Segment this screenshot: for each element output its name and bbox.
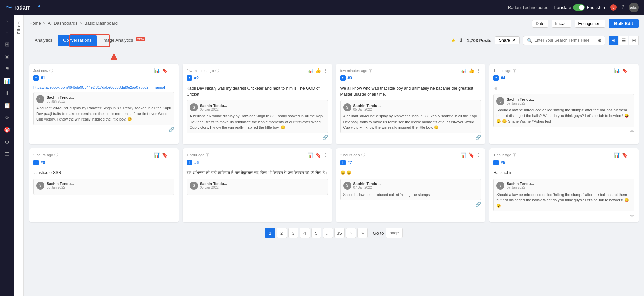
info-icon: ⓘ (54, 152, 58, 158)
card-5-inner: S Sachin Tendu... 07 Jan 2022 Should a l… (493, 179, 634, 212)
view-grid-btn[interactable]: ⊞ (609, 36, 618, 45)
card-5-actions: 📊 🔖 ⋮ (614, 152, 634, 158)
thumbsup-icon[interactable]: 👍 (468, 68, 474, 73)
filter-options-icon[interactable]: ⚙ (597, 38, 602, 43)
platform-icon: f (493, 75, 499, 81)
breadcrumb-all-dashboards[interactable]: All Dashboards (48, 21, 77, 26)
sidebar-item-flag[interactable]: ⚑ (2, 63, 13, 74)
card-6-header: 1 hour ago ⓘ 📊 🔖 ⋮ (187, 152, 328, 158)
logo-icon: 〜 (5, 3, 12, 12)
analytics-icon[interactable]: 📊 (614, 68, 620, 73)
thumbsup-icon[interactable]: 👍 (315, 68, 321, 73)
card-5-author: S Sachin Tendu... 07 Jan 2022 (496, 182, 631, 190)
card-7-post-text: 😊 😊 (340, 170, 481, 176)
date-filter-btn[interactable]: Date (532, 20, 548, 28)
sidebar-item-list[interactable]: 📋 (2, 100, 13, 111)
card-4-post-text: Hi (493, 85, 634, 91)
engagement-filter-btn[interactable]: Engagement (575, 20, 605, 28)
sidebar-collapse-btn[interactable]: › (5, 18, 9, 25)
sidebar-item-upload[interactable]: ⬆ (2, 88, 13, 98)
bookmark-icon[interactable]: 🔖 (468, 152, 474, 158)
user-avatar[interactable]: radarr (629, 3, 639, 12)
more-icon[interactable]: ⋮ (630, 152, 634, 158)
toggle-switch[interactable] (573, 4, 585, 11)
filters-label[interactable]: Filters (17, 20, 21, 34)
translate-toggle[interactable]: Translate English ▾ (553, 4, 606, 11)
svg-text:radarr: radarr (14, 5, 30, 11)
bookmark-icon[interactable]: 🔖 (622, 68, 628, 73)
sidebar-item-more[interactable]: ☰ (2, 149, 13, 160)
goto-section: Go to (373, 228, 403, 238)
sidebar-item-chart[interactable]: 📊 (2, 75, 13, 86)
card-3-inner: S Sachin Tendu... 05 Jan 2022 A brillian… (340, 100, 481, 133)
bulk-edit-button[interactable]: Bulk Edit (609, 19, 639, 28)
page-btn-last-page[interactable]: » (357, 228, 368, 238)
filters-panel[interactable]: Filters (14, 15, 24, 247)
page-btn-4[interactable]: 4 (300, 228, 310, 238)
sidebar-item-config[interactable]: ⚙ (2, 136, 13, 147)
sidebar-item-settings[interactable]: ⚙ (2, 112, 13, 123)
share-button[interactable]: Share ↗ (495, 36, 520, 44)
star-button[interactable]: ★ (451, 37, 456, 44)
sidebar-item-menu[interactable]: ≡ (2, 26, 13, 37)
platform-icon: f (340, 75, 346, 81)
card-3-text: A brilliant 'all-round' display by Ranve… (343, 113, 478, 130)
bookmark-icon[interactable]: 🔖 (162, 152, 168, 158)
analytics-icon[interactable]: 📊 (154, 152, 160, 158)
analytics-icon[interactable]: 📊 (461, 152, 466, 158)
card-1-url[interactable]: https://facebook.com/f645da90644e2f317da… (33, 85, 174, 89)
card-5-link[interactable]: ✏ (493, 213, 634, 218)
card-4-inner: S Sachin Tendu... 07 Jan 2022 Should a l… (493, 94, 634, 127)
notification-badge[interactable]: 8 (610, 4, 617, 11)
page-btn-last[interactable]: 35 (334, 228, 345, 238)
more-icon[interactable]: ⋮ (170, 152, 174, 158)
download-button[interactable]: ⬇ (459, 37, 463, 44)
view-dense-btn[interactable]: ⊟ (629, 36, 639, 45)
more-icon[interactable]: ⋮ (476, 68, 481, 73)
card-7-link[interactable]: 🔗 (340, 202, 481, 207)
page-btn-1[interactable]: 1 (265, 228, 275, 238)
help-icon[interactable]: ? (621, 4, 624, 11)
card-6-author: S Sachin Tendu... 05 Jan 2022 (190, 182, 325, 190)
analytics-icon[interactable]: 📊 (308, 152, 313, 158)
card-2-text: A brilliant 'all-round' display by Ranve… (190, 113, 325, 130)
page-btn-3[interactable]: 3 (288, 228, 298, 238)
info-icon: ⓘ (361, 152, 365, 158)
more-icon[interactable]: ⋮ (323, 68, 328, 73)
goto-input[interactable] (386, 228, 403, 238)
topnav: 〜 radarr Radarr Technologies Translate E… (0, 0, 644, 15)
analytics-icon[interactable]: 📊 (308, 68, 313, 73)
more-icon[interactable]: ⋮ (630, 68, 634, 73)
breadcrumb-home[interactable]: Home (29, 21, 41, 26)
top-actions: Date Impact Engagement Bulk Edit (532, 19, 639, 28)
card-2-link[interactable]: 🔗 (187, 135, 328, 140)
card-1-link[interactable]: 🔗 (33, 127, 174, 132)
analytics-icon[interactable]: 📊 (614, 152, 620, 158)
bookmark-icon[interactable]: 🔖 (315, 152, 321, 158)
page-btn-5[interactable]: 5 (311, 228, 321, 238)
page-btn-2[interactable]: 2 (277, 228, 287, 238)
card-4-link[interactable]: ✏ (493, 129, 634, 134)
bookmark-icon[interactable]: 🔖 (162, 68, 168, 73)
card-3-link[interactable]: 🔗 (340, 135, 481, 140)
more-icon[interactable]: ⋮ (170, 68, 174, 73)
tab-image-analytics[interactable]: Image Analytics BETA (97, 35, 151, 46)
bookmark-icon[interactable]: 🔖 (622, 152, 628, 158)
more-icon[interactable]: ⋮ (323, 152, 328, 158)
card-5-text: Should a law be introduced called 'hitti… (496, 192, 631, 209)
sidebar-item-analytics[interactable]: ◉ (2, 51, 13, 62)
view-list-btn[interactable]: ☰ (619, 36, 628, 45)
svg-point-1 (38, 5, 40, 7)
search-bar[interactable]: 🔍 ⚙ (523, 36, 605, 45)
analytics-icon[interactable]: 📊 (154, 68, 160, 73)
sidebar-item-grid[interactable]: ⊞ (2, 39, 13, 50)
tab-conversations[interactable]: Conversations (58, 35, 97, 46)
more-icon[interactable]: ⋮ (476, 152, 481, 158)
sidebar-item-target[interactable]: 🎯 (2, 124, 13, 135)
logo-svg: radarr (14, 4, 41, 11)
page-btn-next[interactable]: › (346, 228, 356, 238)
search-input[interactable] (534, 38, 595, 43)
impact-filter-btn[interactable]: Impact (552, 20, 571, 28)
tab-analytics[interactable]: Analytics (29, 35, 58, 46)
analytics-icon[interactable]: 📊 (461, 68, 466, 73)
